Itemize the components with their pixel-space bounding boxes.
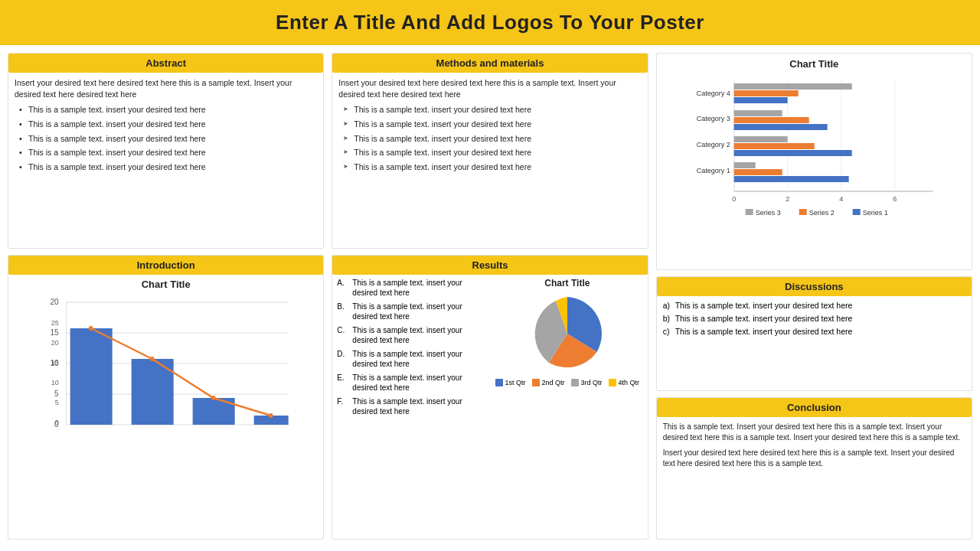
svg-rect-49: [733, 169, 782, 175]
list-item: This is a sample text. insert your desir…: [19, 161, 317, 173]
svg-text:20: 20: [51, 298, 60, 306]
abstract-section: Abstract Insert your desired text here d…: [8, 53, 324, 249]
legend-label-2nd: 2nd Qtr: [542, 379, 565, 386]
column-2: Methods and materials Insert your desire…: [332, 53, 648, 540]
list-item: D.This is a sample text. insert your des…: [337, 349, 488, 369]
list-item: B.This is a sample text. insert your des…: [337, 302, 488, 321]
svg-text:6: 6: [893, 195, 897, 203]
methods-section: Methods and materials Insert your desire…: [332, 53, 648, 249]
introduction-body: Chart Title 0 5 10 15 20: [8, 275, 323, 539]
list-item: F.This is a sample text. insert your des…: [337, 396, 488, 416]
column-3: Chart Title 0 2 4 6: [656, 53, 972, 540]
methods-intro: Insert your desired text here desired te…: [338, 78, 616, 99]
discussions-header: Discussions: [657, 277, 972, 296]
discussions-list: a)This is a sample text. insert your des…: [663, 301, 965, 336]
svg-text:Category 2: Category 2: [696, 141, 730, 148]
conclusion-section: Conclusion This is a sample text. Insert…: [656, 397, 972, 540]
svg-rect-41: [733, 117, 808, 123]
introduction-section: Introduction Chart Title 0 5 10 15 20: [8, 255, 324, 540]
introduction-header: Introduction: [8, 256, 323, 275]
pie-chart-title: Chart Title: [544, 278, 590, 289]
results-body: A.This is a sample text. insert your des…: [332, 275, 647, 539]
legend-color-1st: [495, 379, 503, 386]
legend-color-3rd: [571, 379, 579, 386]
legend-label-4th: 4th Qtr: [619, 379, 640, 386]
svg-rect-45: [733, 143, 814, 149]
svg-rect-48: [733, 162, 755, 168]
list-item: This is a sample text. insert your desir…: [343, 161, 641, 173]
svg-text:4: 4: [839, 195, 843, 203]
list-item: This is a sample text. insert your desir…: [19, 119, 317, 130]
results-section: Results A.This is a sample text. insert …: [332, 255, 648, 540]
legend-label-3rd: 3rd Qtr: [581, 379, 603, 386]
svg-rect-53: [799, 209, 806, 215]
methods-list: This is a sample text. insert your desir…: [338, 104, 641, 172]
list-item: b)This is a sample text. insert your des…: [663, 314, 965, 323]
svg-rect-37: [733, 90, 798, 96]
svg-text:5: 5: [55, 399, 59, 406]
legend-label-1st: 1st Qtr: [505, 379, 526, 386]
results-pie-area: Chart Title: [492, 278, 643, 536]
svg-text:5: 5: [54, 390, 59, 398]
abstract-header: Abstract: [8, 54, 323, 73]
svg-point-22: [150, 357, 155, 361]
legend-item-4th: 4th Qtr: [609, 379, 640, 386]
list-item: This is a sample text. insert your desir…: [343, 133, 641, 145]
svg-text:15: 15: [51, 328, 60, 337]
list-item: E.This is a sample text. insert your des…: [337, 373, 488, 393]
svg-point-23: [211, 396, 216, 400]
results-ol: A.This is a sample text. insert your des…: [337, 278, 488, 416]
svg-point-24: [269, 413, 273, 418]
svg-rect-44: [733, 136, 787, 142]
page-header: Enter A Title And Add Logos To Your Post…: [0, 0, 980, 45]
results-list: A.This is a sample text. insert your des…: [337, 278, 488, 536]
legend-color-2nd: [532, 379, 540, 386]
conclusion-para-2: Insert your desired text here desired te…: [663, 448, 965, 469]
svg-text:10: 10: [51, 379, 59, 386]
svg-text:15: 15: [51, 359, 59, 367]
svg-text:Category 3: Category 3: [696, 115, 730, 122]
pie-chart-svg: [525, 292, 609, 376]
legend-item-1st: 1st Qtr: [495, 379, 526, 386]
discussions-section: Discussions a)This is a sample text. ins…: [656, 276, 972, 390]
list-item: This is a sample text. insert your desir…: [19, 104, 317, 116]
methods-header: Methods and materials: [332, 54, 647, 73]
top-right-chart-section: Chart Title 0 2 4 6: [656, 53, 972, 270]
legend-color-4th: [609, 379, 616, 386]
conclusion-body: This is a sample text. Insert your desir…: [657, 417, 972, 478]
svg-text:Series 3: Series 3: [755, 209, 780, 217]
main-content: Abstract Insert your desired text here d…: [0, 45, 980, 544]
svg-text:Category 4: Category 4: [696, 90, 730, 97]
legend-item-3rd: 3rd Qtr: [571, 379, 603, 386]
methods-body: Insert your desired text here desired te…: [332, 73, 647, 248]
svg-text:Series 1: Series 1: [862, 209, 887, 217]
list-item: a)This is a sample text. insert your des…: [663, 301, 965, 310]
svg-text:0: 0: [55, 419, 59, 426]
svg-text:20: 20: [51, 339, 59, 347]
column-1: Abstract Insert your desired text here d…: [8, 53, 324, 540]
abstract-body: Insert your desired text here desired te…: [8, 73, 323, 248]
svg-point-21: [89, 326, 93, 331]
svg-rect-51: [745, 209, 753, 215]
abstract-list: This is a sample text. insert your desir…: [15, 104, 317, 172]
pie-legend: 1st Qtr 2nd Qtr 3rd Qtr 4th Qtr: [495, 379, 640, 386]
list-item: A.This is a sample text. insert your des…: [337, 278, 488, 298]
svg-text:Series 2: Series 2: [808, 209, 834, 217]
intro-chart-svg: 0 5 10 15 20 0 5 10 15 20 25: [15, 295, 317, 448]
svg-rect-46: [733, 150, 851, 156]
list-item: This is a sample text. insert your desir…: [343, 104, 641, 116]
results-header: Results: [332, 256, 647, 275]
list-item: This is a sample text. insert your desir…: [19, 133, 317, 145]
legend-item-2nd: 2nd Qtr: [532, 379, 565, 386]
abstract-intro: Insert your desired text here desired te…: [15, 78, 292, 99]
svg-rect-36: [733, 83, 851, 90]
intro-chart-title: Chart Title: [15, 278, 317, 292]
list-item: C.This is a sample text. insert your des…: [337, 325, 488, 345]
svg-rect-42: [733, 124, 827, 130]
svg-text:25: 25: [51, 319, 59, 327]
top-chart-title: Chart Title: [662, 58, 967, 70]
list-item: c)This is a sample text. insert your des…: [663, 327, 965, 336]
svg-text:Category 1: Category 1: [696, 167, 730, 174]
list-item: This is a sample text. insert your desir…: [19, 147, 317, 158]
conclusion-para-1: This is a sample text. Insert your desir…: [663, 422, 965, 443]
